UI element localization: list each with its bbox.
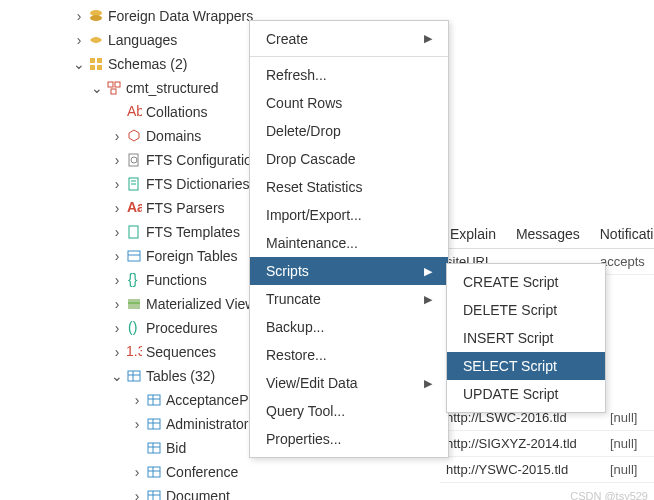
- svg-rect-16: [129, 226, 138, 238]
- svg-rect-36: [148, 467, 160, 477]
- submenu-create-script[interactable]: CREATE Script: [447, 268, 605, 296]
- chevron-down-icon: ⌄: [72, 57, 86, 71]
- chevron-right-icon: ›: [110, 297, 124, 311]
- fts-config-icon: [126, 152, 142, 168]
- svg-rect-17: [128, 251, 140, 261]
- chevron-down-icon: ⌄: [90, 81, 104, 95]
- svg-rect-27: [148, 395, 160, 405]
- chevron-right-icon: ›: [110, 201, 124, 215]
- tab-explain[interactable]: Explain: [440, 220, 506, 248]
- menu-reset-stats[interactable]: Reset Statistics: [250, 173, 448, 201]
- chevron-right-icon: ›: [130, 393, 144, 407]
- menu-properties[interactable]: Properties...: [250, 425, 448, 453]
- table-icon: [146, 488, 162, 500]
- menu-drop-cascade[interactable]: Drop Cascade: [250, 145, 448, 173]
- svg-rect-24: [128, 371, 140, 381]
- chevron-right-icon: ▶: [424, 293, 432, 306]
- cell-url: http://SIGXYZ-2014.tld: [440, 436, 604, 451]
- svg-rect-5: [97, 65, 102, 70]
- functions-icon: {}: [126, 272, 142, 288]
- menu-query-tool[interactable]: Query Tool...: [250, 397, 448, 425]
- fts-parsers-icon: Aa: [126, 200, 142, 216]
- menu-delete[interactable]: Delete/Drop: [250, 117, 448, 145]
- menu-label: Import/Export...: [266, 207, 362, 223]
- cell-null: [null]: [604, 462, 654, 477]
- tree-label: Materialized Views: [146, 296, 262, 312]
- spacer: [110, 105, 124, 119]
- tree-label: Administrator: [166, 416, 248, 432]
- tree-label: Domains: [146, 128, 201, 144]
- chevron-right-icon: ›: [130, 465, 144, 479]
- chevron-right-icon: ›: [72, 9, 86, 23]
- languages-icon: [88, 32, 104, 48]
- table-icon: [146, 392, 162, 408]
- menu-maintenance[interactable]: Maintenance...: [250, 229, 448, 257]
- menu-label: Refresh...: [266, 67, 327, 83]
- tree-label: Sequences: [146, 344, 216, 360]
- submenu-select-script[interactable]: SELECT Script: [447, 352, 605, 380]
- svg-rect-4: [90, 65, 95, 70]
- submenu-delete-script[interactable]: DELETE Script: [447, 296, 605, 324]
- menu-label: Query Tool...: [266, 403, 345, 419]
- menu-label: SELECT Script: [463, 358, 557, 374]
- menu-view-edit[interactable]: View/Edit Data▶: [250, 369, 448, 397]
- menu-refresh[interactable]: Refresh...: [250, 61, 448, 89]
- table-icon: [146, 464, 162, 480]
- tree-label: Languages: [108, 32, 177, 48]
- chevron-right-icon: ›: [110, 321, 124, 335]
- svg-rect-6: [108, 82, 113, 87]
- collations-icon: Ab: [126, 104, 142, 120]
- table-icon: [146, 440, 162, 456]
- svg-rect-7: [115, 82, 120, 87]
- tree-label: Functions: [146, 272, 207, 288]
- schemas-icon: [88, 56, 104, 72]
- tree-label: FTS Templates: [146, 224, 240, 240]
- menu-label: Backup...: [266, 319, 324, 335]
- cell-null: [null]: [604, 410, 654, 425]
- cell-null: [null]: [604, 436, 654, 451]
- tree-node-table[interactable]: ›Conference: [0, 460, 300, 484]
- scripts-submenu: CREATE Script DELETE Script INSERT Scrip…: [446, 263, 606, 413]
- tree-node-table[interactable]: ›Document: [0, 484, 300, 500]
- tree-label: Foreign Data Wrappers: [108, 8, 253, 24]
- chevron-right-icon: ›: [110, 345, 124, 359]
- chevron-right-icon: ›: [72, 33, 86, 47]
- menu-create[interactable]: Create▶: [250, 25, 448, 57]
- svg-text:(): (): [128, 320, 137, 335]
- svg-text:Aa: Aa: [127, 200, 142, 215]
- tree-label: Foreign Tables: [146, 248, 238, 264]
- menu-count-rows[interactable]: Count Rows: [250, 89, 448, 117]
- tables-icon: [126, 368, 142, 384]
- materialized-icon: [126, 296, 142, 312]
- svg-rect-20: [128, 299, 140, 309]
- watermark: CSDN @tsy529: [570, 490, 648, 500]
- submenu-insert-script[interactable]: INSERT Script: [447, 324, 605, 352]
- svg-rect-33: [148, 443, 160, 453]
- menu-label: View/Edit Data: [266, 375, 358, 391]
- menu-scripts[interactable]: Scripts▶: [250, 257, 448, 285]
- svg-text:1.3: 1.3: [126, 344, 142, 359]
- fts-templates-icon: [126, 224, 142, 240]
- menu-backup[interactable]: Backup...: [250, 313, 448, 341]
- chevron-right-icon: ›: [110, 249, 124, 263]
- menu-label: Create: [266, 31, 308, 47]
- menu-label: Delete/Drop: [266, 123, 341, 139]
- menu-label: Restore...: [266, 347, 327, 363]
- menu-label: Scripts: [266, 263, 309, 279]
- submenu-update-script[interactable]: UPDATE Script: [447, 380, 605, 408]
- tab-notifications[interactable]: Notifications: [590, 220, 654, 248]
- menu-import-export[interactable]: Import/Export...: [250, 201, 448, 229]
- chevron-right-icon: ›: [110, 129, 124, 143]
- chevron-right-icon: ▶: [424, 32, 432, 45]
- menu-restore[interactable]: Restore...: [250, 341, 448, 369]
- svg-text:{}: {}: [128, 272, 138, 287]
- tree-label: Schemas (2): [108, 56, 187, 72]
- menu-truncate[interactable]: Truncate▶: [250, 285, 448, 313]
- schema-icon: [106, 80, 122, 96]
- tree-label: Procedures: [146, 320, 218, 336]
- domains-icon: [126, 128, 142, 144]
- menu-label: INSERT Script: [463, 330, 554, 346]
- tab-messages[interactable]: Messages: [506, 220, 590, 248]
- table-row[interactable]: http://YSWC-2015.tld [null]: [440, 457, 654, 483]
- table-row[interactable]: http://SIGXYZ-2014.tld [null]: [440, 431, 654, 457]
